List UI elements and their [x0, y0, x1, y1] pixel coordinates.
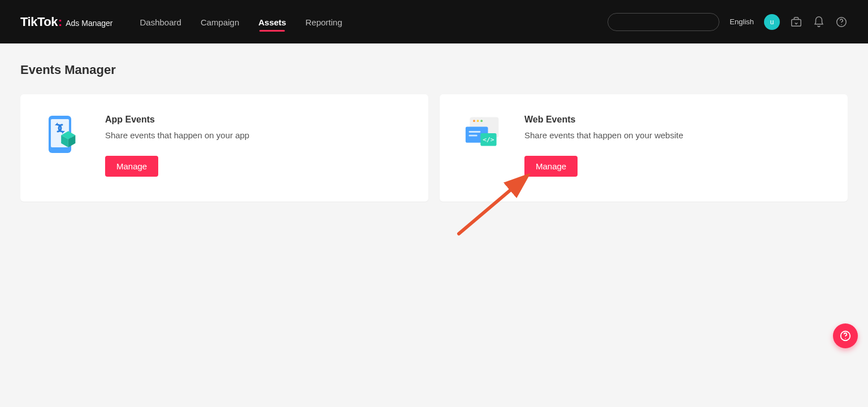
header-left: TikTok : Ads Manager Dashboard Campaign … — [20, 3, 342, 41]
svg-point-2 — [841, 24, 841, 24]
web-events-title: Web Events — [524, 115, 825, 125]
svg-point-22 — [845, 338, 845, 339]
briefcase-icon[interactable] — [790, 16, 802, 28]
header-right: English u — [607, 13, 848, 31]
nav-campaign[interactable]: Campaign — [201, 3, 239, 41]
help-circle-icon — [839, 330, 852, 342]
brand-main: TikTok — [20, 15, 58, 29]
cards-grid: App Events Share events that happen on y… — [20, 94, 848, 202]
main-content: Events Manager App Events — [0, 43, 868, 221]
svg-rect-15 — [469, 131, 481, 133]
web-events-description: Share events that happen on your website — [524, 130, 825, 140]
app-events-manage-button[interactable]: Manage — [105, 156, 158, 177]
help-icon[interactable] — [835, 16, 848, 28]
svg-rect-16 — [469, 135, 478, 137]
nav-reporting[interactable]: Reporting — [305, 3, 342, 41]
app-events-icon — [45, 115, 80, 155]
web-events-icon: </> — [465, 115, 500, 155]
brand-sub: Ads Manager — [66, 19, 112, 28]
svg-point-13 — [480, 120, 483, 122]
nav-assets[interactable]: Assets — [258, 3, 286, 41]
nav-dashboard[interactable]: Dashboard — [140, 3, 181, 41]
app-events-card: App Events Share events that happen on y… — [20, 94, 428, 202]
web-events-manage-button[interactable]: Manage — [524, 156, 578, 177]
bell-icon[interactable] — [813, 16, 825, 28]
web-events-card: </> Web Events Share events that happen … — [440, 94, 848, 202]
floating-help-button[interactable] — [833, 323, 858, 348]
web-events-body: Web Events Share events that happen on y… — [524, 115, 825, 177]
app-events-title: App Events — [105, 115, 406, 125]
svg-point-12 — [477, 120, 479, 122]
app-events-body: App Events Share events that happen on y… — [105, 115, 406, 177]
brand-logo[interactable]: TikTok : Ads Manager — [20, 15, 112, 29]
svg-text:</>: </> — [483, 136, 494, 143]
search-input[interactable] — [607, 13, 719, 31]
svg-point-11 — [473, 120, 475, 122]
language-selector[interactable]: English — [730, 17, 754, 26]
avatar[interactable]: u — [764, 14, 780, 30]
main-nav: Dashboard Campaign Assets Reporting — [140, 3, 342, 41]
svg-rect-0 — [792, 19, 801, 26]
brand-colon-icon: : — [58, 15, 62, 29]
top-header: TikTok : Ads Manager Dashboard Campaign … — [0, 0, 868, 43]
app-events-description: Share events that happen on your app — [105, 130, 406, 140]
page-title: Events Manager — [20, 63, 848, 77]
